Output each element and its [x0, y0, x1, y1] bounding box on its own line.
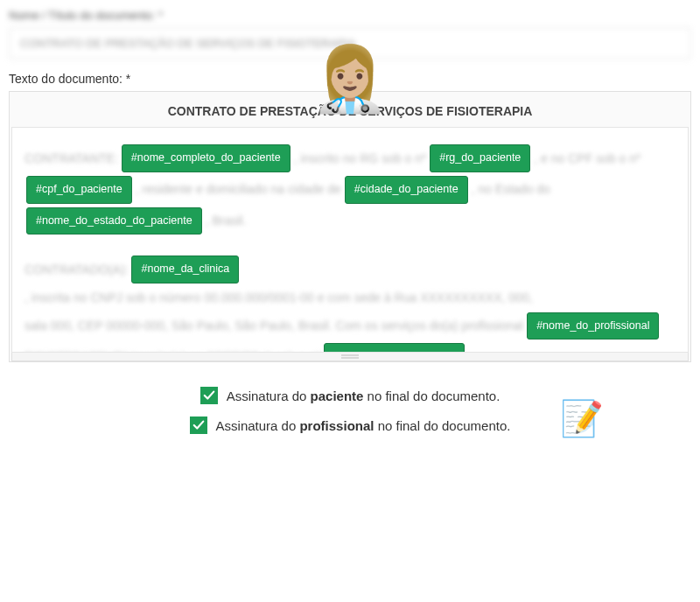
signature-professional-checkbox[interactable] [190, 416, 207, 434]
doc-body-label: Texto do documento: * [9, 72, 691, 86]
placeholder-text: FISIOTERAPEUTA inscrito(a) no CREFITO-X … [24, 346, 320, 353]
signature-patient-row: Assinatura do paciente no final do docum… [9, 387, 691, 404]
placeholder-text: CONTRATANTE: [24, 147, 118, 171]
doc-name-input[interactable]: CONTRATO DE PRESTAÇÃO DE SERVIÇOS DE FIS… [9, 27, 691, 60]
tag-nome-clinica[interactable]: #nome_da_clinica [131, 256, 239, 284]
placeholder-text: sala 000, CEP 00000-000, São Paulo, São … [24, 314, 523, 338]
check-icon [203, 389, 215, 402]
paragraph-contratado: CONTRATADO(A): #nome_da_clinica , inscri… [24, 255, 676, 353]
tag-cidade-paciente[interactable]: #cidade_do_paciente [345, 176, 468, 204]
tag-registro-profissional[interactable]: #registro_do_profissional [324, 343, 466, 353]
placeholder-text: , inscrita no CNPJ sob o número 00.000.0… [24, 286, 533, 310]
placeholder-text: , residente e domiciliado na cidade de [136, 178, 341, 201]
placeholder-text: , e no CPF sob o nº [534, 147, 640, 171]
placeholder-text: , no Estado do [472, 178, 550, 201]
tag-nome-profissional[interactable]: #nome_do_profissional [527, 312, 659, 340]
document-body-textarea[interactable]: CONTRATANTE: #nome_completo_do_paciente … [11, 127, 689, 353]
signatures-section: Assinatura do paciente no final do docum… [9, 387, 691, 434]
check-icon [192, 419, 205, 431]
tag-cpf-paciente[interactable]: #cpf_do_paciente [26, 176, 132, 204]
signature-patient-label: Assinatura do paciente no final do docum… [227, 388, 500, 403]
tag-rg-paciente[interactable]: #rg_do_paciente [430, 144, 530, 172]
document-editor-panel: CONTRATO DE PRESTAÇÃO DE SERVIÇOS DE FIS… [9, 91, 691, 362]
resize-handle[interactable] [11, 353, 689, 361]
placeholder-text: , Brasil. [206, 209, 247, 233]
tag-nome-completo-paciente[interactable]: #nome_completo_do_paciente [122, 144, 290, 172]
placeholder-text: CONTRATADO(A): [24, 258, 128, 282]
document-heading: CONTRATO DE PRESTAÇÃO DE SERVIÇOS DE FIS… [11, 94, 689, 127]
paragraph-contratante: CONTRATANTE: #nome_completo_do_paciente … [24, 144, 676, 235]
doc-name-label: Nome / Título do documento: * [9, 9, 691, 22]
signature-patient-checkbox[interactable] [200, 387, 218, 404]
signature-professional-label: Assinatura do profissional no final do d… [216, 418, 511, 433]
signature-professional-row: Assinatura do profissional no final do d… [9, 416, 691, 434]
tag-estado-paciente[interactable]: #nome_do_estado_do_paciente [26, 207, 202, 235]
placeholder-text: , inscrito no RG sob o nº [294, 147, 426, 171]
